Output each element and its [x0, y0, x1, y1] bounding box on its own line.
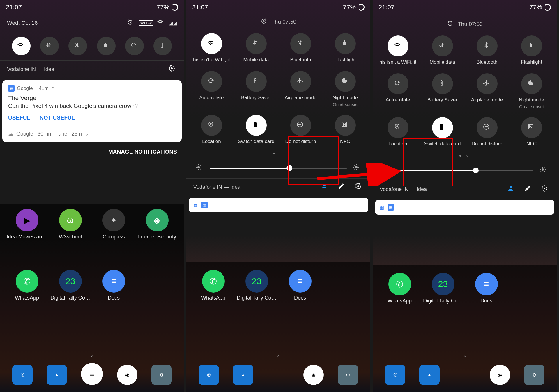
app-whatsapp[interactable]: ✆WhatsApp: [379, 273, 420, 304]
data-tile[interactable]: Mobile data: [236, 33, 277, 63]
settings-icon[interactable]: [355, 183, 363, 191]
dock-settings[interactable]: ⚙: [524, 365, 544, 385]
edit-icon[interactable]: [338, 183, 346, 191]
photo-icon: ▦: [380, 205, 384, 210]
tile-label: Location: [202, 139, 221, 145]
google-feed-button[interactable]: ≡: [81, 363, 103, 385]
flashlight-tile[interactable]: Flashlight: [511, 35, 552, 65]
home-row-2: ✆WhatsApp 23Digital Tally Co… ≡Docs: [186, 268, 370, 303]
brightness-slider[interactable]: [210, 168, 347, 169]
rotate-tile[interactable]: Auto-rotate: [191, 71, 232, 107]
action-useful[interactable]: USEFUL: [8, 115, 30, 121]
drawer-handle-icon[interactable]: ⌃: [277, 354, 280, 360]
alarm-row[interactable]: Thu 07:50: [373, 15, 557, 31]
dock-photos[interactable]: ▲: [233, 365, 253, 385]
location-tile[interactable]: Location: [191, 115, 232, 145]
drawer-handle-icon[interactable]: ⌃: [463, 354, 467, 360]
night-tile[interactable]: Night modeOn at sunset: [325, 71, 366, 107]
battery-percent: 77%: [343, 3, 356, 11]
dock-settings[interactable]: ⚙: [338, 365, 358, 385]
app-internet-security[interactable]: ◈Internet Security: [137, 209, 178, 240]
tile-label: his isn't a WiFi, it: [379, 59, 416, 65]
wifi-tile[interactable]: his isn't a WiFi, it: [191, 33, 232, 63]
location-tile[interactable]: Location: [378, 117, 418, 147]
user-icon[interactable]: [321, 183, 330, 191]
app-docs[interactable]: ≡Docs: [93, 270, 134, 301]
dock-photos[interactable]: ▲: [419, 365, 440, 385]
mobile-data-tile[interactable]: [40, 37, 59, 55]
switchcard-tile[interactable]: 2Switch data card: [422, 117, 463, 147]
dnd-tile[interactable]: Do not disturb: [467, 117, 507, 147]
nfc-tile[interactable]: NFC: [325, 115, 366, 145]
tile-sublabel: On at sunset: [519, 104, 544, 109]
app-w3school[interactable]: ωW3school: [50, 209, 91, 240]
wifi-status-icon: [157, 19, 165, 27]
airplane-tile[interactable]: Airplane mode: [467, 73, 507, 109]
user-icon[interactable]: [507, 185, 516, 194]
battery-tile[interactable]: Battery Saver: [236, 71, 277, 107]
dock-phone[interactable]: ✆: [385, 365, 405, 385]
dnd-tile[interactable]: Do not disturb: [280, 115, 321, 145]
notification-weather-row[interactable]: ☁ Google · 30° in Thane · 25m ⌄: [8, 131, 176, 137]
phone-screenshot-3: 21:07 77% Thu 07:50 his isn't a WiFi, it…: [373, 0, 557, 392]
tile-label: Location: [388, 141, 407, 147]
battery-saver-tile[interactable]: [153, 37, 172, 55]
brightness-auto-icon[interactable]: [353, 164, 362, 172]
notification-body: Can the Pixel 4 win back Google's camera…: [8, 103, 176, 109]
auto-rotate-tile[interactable]: [125, 37, 144, 55]
dock-photos[interactable]: ▲: [47, 365, 67, 385]
flashlight-tile[interactable]: Flashlight: [325, 33, 366, 63]
airplane-tile[interactable]: Airplane mode: [280, 71, 321, 107]
app-whatsapp[interactable]: ✆WhatsApp: [7, 270, 47, 301]
notification-app-header: ▦ Google · 41m ⌃: [8, 85, 176, 92]
notification-card[interactable]: ▦ Google · 41m ⌃ The Verge Can the Pixel…: [2, 80, 182, 142]
brightness-auto-icon[interactable]: [539, 166, 548, 175]
dock-phone[interactable]: ✆: [12, 365, 33, 385]
flashlight-tile[interactable]: [97, 37, 116, 55]
drawer-handle-icon[interactable]: ⌃: [90, 354, 94, 360]
edit-icon[interactable]: [524, 185, 533, 194]
app-digital-tally[interactable]: 23Digital Tally Co…: [50, 270, 91, 301]
app-idea-movies[interactable]: ▶Idea Movies an…: [7, 209, 47, 240]
status-bar: 21:07 77%: [373, 0, 557, 15]
collapsed-notifications[interactable]: ▦ ▦: [375, 200, 554, 215]
brightness-low-icon: [195, 164, 204, 172]
dock-chrome[interactable]: ◉: [490, 365, 510, 385]
calendar-icon: ▦: [201, 202, 208, 208]
data-tile[interactable]: Mobile data: [422, 35, 463, 65]
bluetooth-tile[interactable]: [68, 37, 87, 55]
alarm-row[interactable]: Thu 07:50: [186, 15, 370, 29]
tile-label: Bluetooth: [477, 59, 498, 65]
switchcard-tile[interactable]: 1Switch data card: [236, 115, 277, 145]
collapse-icon[interactable]: ⌃: [51, 85, 55, 92]
app-whatsapp[interactable]: ✆WhatsApp: [193, 270, 234, 301]
settings-icon[interactable]: [541, 185, 550, 194]
home-row-1: ▶Idea Movies an… ωW3school ✦Compass ◈Int…: [0, 206, 184, 242]
app-docs[interactable]: ≡Docs: [280, 270, 321, 301]
dock-settings[interactable]: ⚙: [151, 365, 172, 385]
rotate-tile[interactable]: Auto-rotate: [378, 73, 418, 109]
wifi-tile[interactable]: [12, 37, 31, 55]
page-indicator: ● ○: [186, 149, 370, 158]
dock-chrome[interactable]: ◉: [303, 365, 324, 385]
bluetooth-tile[interactable]: Bluetooth: [467, 35, 507, 65]
dock-chrome[interactable]: ◉: [117, 365, 137, 385]
collapsed-notifications[interactable]: ▦ ▦: [189, 198, 368, 212]
settings-icon[interactable]: [168, 65, 177, 74]
battery-tile[interactable]: Battery Saver: [422, 73, 463, 109]
app-digital-tally[interactable]: 23Digital Tally Co…: [423, 273, 464, 304]
app-digital-tally[interactable]: 23Digital Tally Co…: [236, 270, 277, 301]
qs-date: Wed, Oct 16: [7, 20, 38, 26]
nfc-tile[interactable]: NFC: [511, 117, 552, 147]
dock-phone[interactable]: ✆: [199, 365, 219, 385]
wifi-tile[interactable]: his isn't a WiFi, it: [378, 35, 418, 65]
night-tile[interactable]: Night modeOn at sunset: [511, 73, 552, 109]
action-not-useful[interactable]: NOT USEFUL: [40, 115, 75, 121]
app-docs[interactable]: ≡Docs: [466, 273, 507, 304]
manage-notifications[interactable]: MANAGE NOTIFICATIONS: [0, 145, 184, 159]
expand-icon[interactable]: ⌄: [85, 131, 89, 137]
brightness-slider[interactable]: [396, 170, 533, 171]
app-compass[interactable]: ✦Compass: [93, 209, 134, 240]
bluetooth-tile[interactable]: Bluetooth: [280, 33, 321, 63]
alarm-icon: [447, 20, 455, 28]
